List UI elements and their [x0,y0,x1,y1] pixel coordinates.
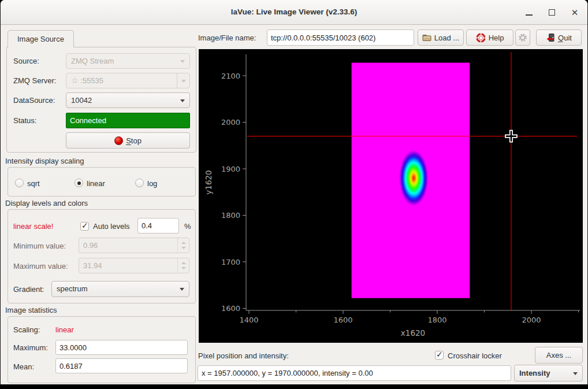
load-button[interactable]: Load ... [418,29,464,46]
window-title: laVue: Live Image Viewer (v2.33.6) [1,0,587,24]
desktop-strip [0,384,588,389]
display-mode-value: Intensity [519,369,550,377]
x-tick-label: 1800 [427,316,446,324]
auto-levels-label: Auto levels [93,222,130,231]
spin-up-icon [181,262,186,264]
stats-maximum-input[interactable] [55,340,188,355]
stats-scaling-label: Scaling: [13,325,40,334]
section-title-image-statistics: Image statistics [5,306,57,314]
quit-button[interactable]: Quit [536,29,582,46]
y-tick-label: 1600 [221,304,240,313]
help-button[interactable]: Help [466,29,513,46]
maximize-icon [549,9,555,16]
spin-down-icon [181,267,186,269]
intensity-peak-blob [399,150,429,206]
display-mode-select[interactable]: Intensity [514,365,583,381]
minimize-button[interactable] [522,5,537,20]
radio-log[interactable] [135,179,144,187]
tab-image-source[interactable]: Image Source [8,30,74,47]
radio-linear[interactable] [75,179,83,187]
help-lifering-icon [476,33,486,43]
axes-button[interactable]: Axes ... [535,347,583,364]
check-icon: ✓ [81,221,88,230]
image-file-label: Image/File name: [198,34,256,42]
pixel-position-input[interactable] [198,365,511,381]
minimum-value-label: Minimum value: [13,242,66,250]
gradient-select-value: spectrum [57,284,87,293]
plot-canvas: 1400160018002000160017001800190020002100… [199,49,583,343]
section-title-display-levels: Display levels and colors [5,199,88,208]
auto-levels-input[interactable] [137,218,179,234]
image-file-input[interactable] [267,29,414,46]
linear-scale-warning: linear scale! [13,222,53,231]
maximize-button[interactable] [544,5,559,20]
spin-buttons[interactable] [177,238,189,253]
y-tick-label: 1800 [221,211,240,220]
folder-icon [422,33,431,42]
check-icon: ✓ [436,350,443,359]
x-axis-title: x1620 [401,328,425,338]
stats-mean-input[interactable] [55,358,188,373]
pixel-position-label: Pixel position and intensity: [198,351,289,360]
radio-sqrt[interactable] [15,179,24,187]
radio-linear-label: linear [87,179,105,188]
radio-dot [77,181,81,185]
stats-maximum-label: Maximum: [13,343,48,352]
radio-log-label: log [147,179,157,188]
x-tick-label: 1600 [333,316,352,324]
close-button[interactable]: ✕ [567,5,582,20]
y-tick-label: 1700 [221,258,240,266]
x-tick-label: 1400 [239,316,258,324]
quit-door-icon [546,33,555,42]
load-button-label: Load ... [434,34,459,42]
minimum-value: 0.96 [83,241,98,250]
section-title-intensity-scaling: Intensity display scaling [5,157,84,165]
spin-down-icon [181,247,186,249]
chevron-down-icon [573,372,578,375]
crosshair-locker-checkbox[interactable]: ✓ [435,351,444,360]
close-icon: ✕ [571,8,579,17]
y-tick-label: 2100 [221,72,240,80]
minimize-icon [526,14,533,16]
crosshair-cursor-icon [505,131,517,142]
stats-scaling-value: linear [55,325,74,334]
settings-button[interactable] [515,29,530,46]
y-tick-label: 1900 [221,165,240,173]
image-source-panel [6,47,196,153]
percent-label: % [184,222,191,231]
y-tick-label: 2000 [221,118,240,127]
x-tick-label: 2000 [522,316,541,324]
image-plot[interactable]: 1400160018002000160017001800190020002100… [199,49,583,343]
crosshair-locker-label: Crosshair locker [448,351,502,360]
gradient-select[interactable]: spectrum [51,281,189,297]
help-button-label: Help [489,34,504,42]
y-axis-title: y1620 [204,170,213,194]
maximum-value: 31.94 [83,261,102,270]
axes-button-label: Axes ... [546,351,571,360]
gradient-label: Gradient: [13,285,44,294]
spin-buttons[interactable] [177,258,189,273]
maximum-value-label: Maximum value: [13,262,68,271]
app-window: laVue: Live Image Viewer (v2.33.6) ✕ Ima… [0,0,588,384]
chevron-down-icon [180,288,184,291]
quit-button-label: Quit [558,34,572,42]
spin-up-icon [181,242,186,244]
auto-levels-checkbox[interactable]: ✓ [80,222,89,231]
radio-sqrt-label: sqrt [27,179,40,188]
titlebar[interactable]: laVue: Live Image Viewer (v2.33.6) ✕ [1,0,587,25]
maximum-value-spinbox[interactable]: 31.94 [79,258,189,273]
gear-icon [518,33,527,42]
stats-mean-label: Mean: [13,362,34,371]
minimum-value-spinbox[interactable]: 0.96 [79,238,189,253]
tab-image-source-label: Image Source [17,35,64,43]
